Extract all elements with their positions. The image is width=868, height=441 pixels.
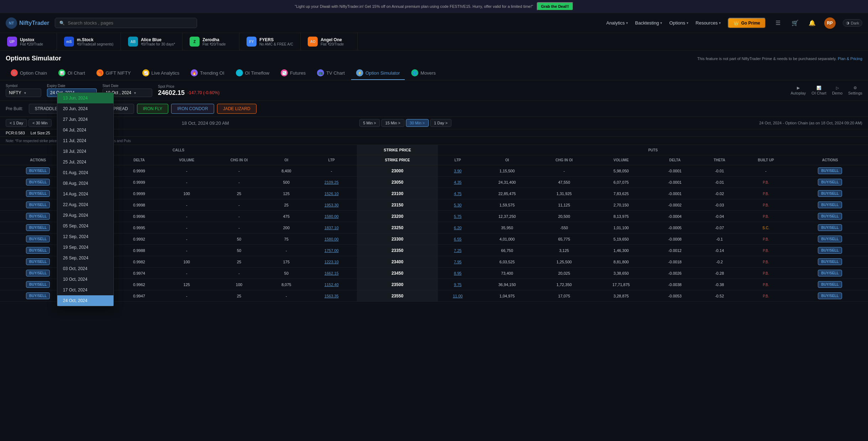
tab-oi-chart[interactable]: 📊 OI Chart — [53, 66, 90, 80]
expiry-option[interactable]: 08 Aug, 2024 — [57, 178, 113, 189]
call-buy-sell-btn[interactable]: BUY/SELL — [26, 167, 50, 174]
put-ltp-value[interactable]: 9.75 — [454, 283, 461, 287]
broker-aliceblue[interactable]: AB Alice Blue ₹0/Trade for 30 days* — [121, 33, 182, 50]
call-ltp-value[interactable]: 1662.15 — [324, 271, 339, 275]
call-buy-sell-btn[interactable]: BUY/SELL — [26, 292, 50, 299]
call-buy-sell-btn[interactable]: BUY/SELL — [26, 213, 50, 220]
put-buy-sell-btn[interactable]: BUY/SELL — [818, 258, 842, 265]
put-ltp-value[interactable]: 6.55 — [454, 237, 461, 241]
broker-angelone[interactable]: AO Angel One Flat ₹20/Trade — [301, 33, 358, 50]
demo-control[interactable]: ▷ Demo — [832, 86, 842, 95]
expiry-option[interactable]: 10 Oct, 2024 — [57, 274, 113, 285]
expiry-option[interactable]: 11 Jul, 2024 — [57, 135, 113, 146]
prev-day-button[interactable]: < 1 Day — [6, 119, 27, 127]
options-nav[interactable]: Options ▾ — [669, 20, 688, 26]
prev-30min-button[interactable]: < 30 Min — [28, 119, 52, 127]
tab-trending-oi[interactable]: 🔥 Trending OI — [186, 66, 229, 80]
call-buy-sell-btn[interactable]: BUY/SELL — [26, 258, 50, 265]
1day-button[interactable]: 1 Day > — [430, 119, 451, 127]
expiry-option[interactable]: 05 Sep, 2024 — [57, 221, 113, 231]
expiry-option[interactable]: 12 Sep, 2024 — [57, 231, 113, 242]
search-box[interactable]: 🔍 — [55, 18, 197, 28]
put-ltp-value[interactable]: 8.95 — [454, 271, 461, 275]
expiry-option[interactable]: 14 Aug, 2024 — [57, 189, 113, 199]
call-ltp-value[interactable]: 1757.00 — [324, 248, 339, 253]
iron-condor-button[interactable]: IRON CONDOR — [171, 104, 214, 114]
expiry-option[interactable]: 26 Sep, 2024 — [57, 253, 113, 263]
put-ltp-value[interactable]: 7.95 — [454, 260, 461, 264]
call-ltp-value[interactable]: 1223.10 — [324, 260, 339, 264]
expiry-option[interactable]: 25 Jul, 2024 — [57, 157, 113, 167]
put-buy-sell-btn[interactable]: BUY/SELL — [818, 281, 842, 288]
call-ltp-value[interactable]: 1953.30 — [324, 203, 339, 207]
search-input[interactable] — [68, 20, 192, 26]
avatar[interactable]: RP — [824, 17, 836, 29]
call-buy-sell-btn[interactable]: BUY/SELL — [26, 201, 50, 208]
expiry-option[interactable]: 17 Oct, 2024 — [57, 285, 113, 295]
broker-zerodha[interactable]: Z Zerodha Flat ₹20/Trade — [182, 33, 239, 50]
expiry-option[interactable]: 03 Oct, 2024 — [57, 263, 113, 274]
tab-oi-timeflow[interactable]: ⏱ OI Timeflow — [231, 66, 275, 80]
call-buy-sell-btn[interactable]: BUY/SELL — [26, 190, 50, 197]
put-buy-sell-btn[interactable]: BUY/SELL — [818, 201, 842, 208]
bell-icon[interactable]: 🔔 — [807, 18, 817, 28]
go-prime-button[interactable]: 👑 Go Prime — [728, 18, 766, 28]
call-ltp-value[interactable]: 1837.10 — [324, 226, 339, 230]
expiry-option[interactable]: 04 Jul, 2024 — [57, 125, 113, 135]
tab-option-simulator[interactable]: ⚡ Option Simulator — [351, 66, 405, 80]
put-ltp-value[interactable]: 5.30 — [454, 203, 461, 207]
expiry-option[interactable]: 20 Jun, 2024 — [57, 103, 113, 114]
put-buy-sell-btn[interactable]: BUY/SELL — [818, 270, 842, 276]
deal-button[interactable]: Grab the Deal!! — [537, 2, 573, 11]
tab-tv-chart[interactable]: 📺 TV Chart — [312, 66, 350, 80]
tab-gift-nifty[interactable]: 🎁 GIFT NIFTY — [91, 66, 136, 80]
put-buy-sell-btn[interactable]: BUY/SELL — [818, 190, 842, 197]
call-ltp-value[interactable]: 1526.10 — [324, 192, 339, 196]
5min-button[interactable]: 5 Min > — [359, 119, 380, 127]
put-buy-sell-btn[interactable]: BUY/SELL — [818, 167, 842, 174]
autoplay-control[interactable]: ▶ Autoplay — [791, 86, 806, 95]
call-ltp-value[interactable]: 2109.25 — [324, 180, 339, 184]
put-buy-sell-btn[interactable]: BUY/SELL — [818, 213, 842, 220]
call-buy-sell-btn[interactable]: BUY/SELL — [26, 224, 50, 231]
iron-fly-button[interactable]: IRON FLY — [137, 104, 168, 114]
expiry-option[interactable]: 13 Jun, 2024 — [57, 93, 113, 103]
symbol-select[interactable]: NIFTY ▾ — [6, 88, 41, 97]
call-buy-sell-btn[interactable]: BUY/SELL — [26, 247, 50, 254]
menu-icon[interactable]: ☰ — [773, 18, 783, 28]
put-buy-sell-btn[interactable]: BUY/SELL — [818, 224, 842, 231]
call-ltp-value[interactable]: 1580.00 — [324, 214, 339, 219]
tab-movers[interactable]: 🌀 Movers — [406, 66, 441, 80]
put-ltp-value[interactable]: 7.25 — [454, 248, 461, 253]
settings-control[interactable]: ⚙ Settings — [848, 86, 862, 95]
broker-upstox[interactable]: UP Upstox Flat ₹20/Trade — [0, 33, 57, 50]
call-ltp-value[interactable]: 1152.40 — [324, 283, 339, 287]
expiry-option[interactable]: 18 Jul, 2024 — [57, 146, 113, 157]
logo[interactable]: NT NiftyTrader — [6, 17, 49, 29]
analytics-nav[interactable]: Analytics ▾ — [606, 20, 628, 26]
call-buy-sell-btn[interactable]: BUY/SELL — [26, 236, 50, 242]
30min-button[interactable]: 30 Min > — [406, 119, 429, 127]
jade-lizard-button[interactable]: JADE LIZARD — [217, 104, 256, 114]
put-buy-sell-btn[interactable]: BUY/SELL — [818, 179, 842, 185]
put-buy-sell-btn[interactable]: BUY/SELL — [818, 292, 842, 299]
expiry-option[interactable]: 29 Aug, 2024 — [57, 210, 113, 221]
expiry-option[interactable]: 22 Aug, 2024 — [57, 199, 113, 210]
expiry-option[interactable]: 19 Sep, 2024 — [57, 242, 113, 253]
put-ltp-value[interactable]: 11.00 — [453, 294, 463, 298]
tab-futures[interactable]: 📉 Futures — [276, 66, 311, 80]
put-ltp-value[interactable]: 6.20 — [454, 226, 461, 230]
broker-fyers[interactable]: FY FYERS No AMC & FREE A/C — [239, 33, 301, 50]
put-ltp-value[interactable]: 4.35 — [454, 180, 461, 184]
put-buy-sell-btn[interactable]: BUY/SELL — [818, 236, 842, 242]
call-ltp-value[interactable]: 1563.35 — [324, 294, 339, 298]
put-ltp-value[interactable]: 5.75 — [454, 214, 461, 219]
expiry-option[interactable]: 01 Aug, 2024 — [57, 167, 113, 178]
tab-option-chain[interactable]: ⛓ Option Chain — [6, 66, 52, 80]
put-buy-sell-btn[interactable]: BUY/SELL — [818, 247, 842, 254]
15min-button[interactable]: 15 Min > — [381, 119, 404, 127]
dark-mode-toggle[interactable]: ◑ Dark — [843, 19, 862, 27]
expiry-option[interactable]: 27 Jun, 2024 — [57, 114, 113, 125]
put-ltp-value[interactable]: 4.75 — [454, 192, 461, 196]
backtesting-nav[interactable]: Backtesting ▾ — [635, 20, 662, 26]
